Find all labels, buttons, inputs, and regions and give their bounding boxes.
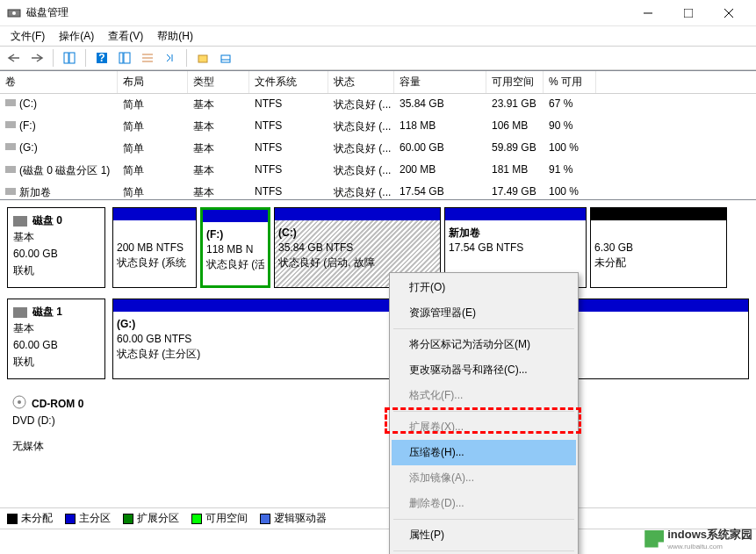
col-fs[interactable]: 文件系统 [249,71,328,93]
disk-1-size: 60.00 GB [13,338,99,353]
volume-table: 卷 布局 类型 文件系统 状态 容量 可用空间 % 可用 (C:)简单基本NTF… [0,70,756,200]
disk-icon [13,307,27,318]
disk-0-status: 联机 [13,263,99,278]
partition-d0p4-unallocated[interactable]: 6.30 GB 未分配 [590,207,727,288]
disk-icon [13,216,27,227]
watermark-sub: www.ruibaitu.com [667,543,752,550]
toolbar-btn-2[interactable] [114,48,135,68]
disk-1-status: 联机 [13,355,99,370]
forward-button[interactable] [26,48,47,68]
svg-rect-6 [64,53,68,63]
toolbar-btn-5[interactable] [192,48,213,68]
cdrom-row: CD-ROM 0 DVD (D:) 无媒体 [7,390,749,460]
legend-unalloc-swatch [7,514,18,524]
table-row[interactable]: (F:)简单基本NTFS状态良好 (...118 MB106 MB90 % [0,116,756,138]
table-row[interactable]: 新加卷简单基本NTFS状态良好 (...17.54 GB17.49 GB100 … [0,182,756,199]
col-volume[interactable]: 卷 [0,71,118,93]
legend: 未分配 主分区 扩展分区 可用空间 逻辑驱动器 [0,507,756,529]
legend-logical-swatch [260,514,270,524]
ctx-shrink[interactable]: 压缩卷(H)... [392,440,576,465]
svg-rect-7 [69,53,75,63]
legend-unalloc: 未分配 [21,511,53,526]
svg-rect-3 [684,9,693,18]
col-layout[interactable]: 布局 [118,71,188,93]
legend-free-swatch [191,514,202,524]
ctx-open[interactable]: 打开(O) [392,275,576,300]
cdrom-desc: DVD (D:) [12,414,100,428]
ctx-format: 格式化(F)... [392,383,576,408]
close-button[interactable] [709,0,749,26]
toolbar-btn-4[interactable] [160,48,181,68]
disk-0-name: 磁盘 0 [32,213,62,228]
maximize-button[interactable] [668,0,709,26]
disk-1-type: 基本 [13,321,99,336]
disk-0-type: 基本 [13,230,99,245]
col-free[interactable]: 可用空间 [486,71,544,93]
disk-1-row: 磁盘 1 基本 60.00 GB 联机 (G:) 60.00 GB NTFS 状… [7,299,749,379]
col-type[interactable]: 类型 [188,71,249,93]
menu-action[interactable]: 操作(A) [52,26,101,47]
app-icon [7,6,21,20]
watermark: indows系统家园 www.ruibaitu.com [644,527,752,550]
table-row[interactable]: (C:)简单基本NTFS状态良好 (...35.84 GB23.91 GB67 … [0,94,756,116]
watermark-logo-icon [644,530,664,548]
legend-primary-swatch [65,514,76,524]
ctx-driveletter[interactable]: 更改驱动器号和路径(C)... [392,357,576,383]
ctx-delete: 删除卷(D)... [392,491,576,516]
legend-logical: 逻辑驱动器 [274,511,327,526]
ctx-mirror: 添加镜像(A)... [392,465,576,491]
legend-free: 可用空间 [205,511,248,526]
table-row[interactable]: (G:)简单基本NTFS状态良好 (...60.00 GB59.89 GB100… [0,138,756,160]
svg-point-20 [18,400,21,404]
disk-1-info[interactable]: 磁盘 1 基本 60.00 GB 联机 [7,299,105,379]
col-status[interactable]: 状态 [328,71,394,93]
svg-rect-17 [221,55,230,62]
menubar: 文件(F) 操作(A) 查看(V) 帮助(H) [0,26,756,46]
context-menu: 打开(O) 资源管理器(E) 将分区标记为活动分区(M) 更改驱动器号和路径(C… [389,272,579,554]
help-button[interactable]: ? [91,48,112,68]
partition-d0p1-selected[interactable]: (F:) 118 MB N 状态良好 (活 [200,207,270,288]
cdrom-status: 无媒体 [12,439,100,454]
partition-d0p0[interactable]: 200 MB NTFS 状态良好 (系统 [112,207,197,288]
toolbar-btn-3[interactable] [137,48,158,68]
col-pct[interactable]: % 可用 [544,71,596,93]
cdrom-icon [12,395,26,412]
table-row[interactable]: (磁盘 0 磁盘分区 1)简单基本NTFS状态良好 (...200 MB181 … [0,160,756,182]
svg-rect-10 [119,53,123,63]
statusbar [0,529,756,548]
ctx-explorer[interactable]: 资源管理器(E) [392,300,576,326]
toolbar-btn-6[interactable] [215,48,236,68]
disk-0-info[interactable]: 磁盘 0 基本 60.00 GB 联机 [7,207,105,288]
menu-file[interactable]: 文件(F) [4,26,52,47]
graphical-view: 磁盘 0 基本 60.00 GB 联机 200 MB NTFS 状态良好 (系统… [0,200,756,507]
disk-1-name: 磁盘 1 [32,305,62,320]
toolbar-btn-1[interactable] [59,48,80,68]
disk-0-row: 磁盘 0 基本 60.00 GB 联机 200 MB NTFS 状态良好 (系统… [7,207,749,288]
cdrom-name: CD-ROM 0 [32,398,83,410]
legend-primary: 主分区 [79,511,111,526]
svg-rect-16 [198,55,207,62]
menu-help[interactable]: 帮助(H) [150,26,200,47]
minimize-button[interactable] [628,0,668,26]
back-button[interactable] [4,48,25,68]
col-capacity[interactable]: 容量 [394,71,486,93]
ctx-active[interactable]: 将分区标记为活动分区(M) [392,332,576,357]
svg-point-1 [12,11,16,15]
cdrom-info[interactable]: CD-ROM 0 DVD (D:) 无媒体 [7,390,105,460]
disk-0-size: 60.00 GB [13,247,99,262]
legend-extended-swatch [123,514,133,524]
menu-view[interactable]: 查看(V) [101,26,150,47]
titlebar: 磁盘管理 [0,0,756,26]
ctx-properties[interactable]: 属性(P) [392,522,576,548]
toolbar: ? [0,46,756,70]
svg-rect-11 [124,53,130,63]
window-title: 磁盘管理 [26,5,628,20]
legend-extended: 扩展分区 [137,511,179,526]
svg-text:?: ? [98,52,104,64]
ctx-extend: 扩展卷(X)... [392,414,576,440]
watermark-text: indows系统家园 [667,527,752,543]
